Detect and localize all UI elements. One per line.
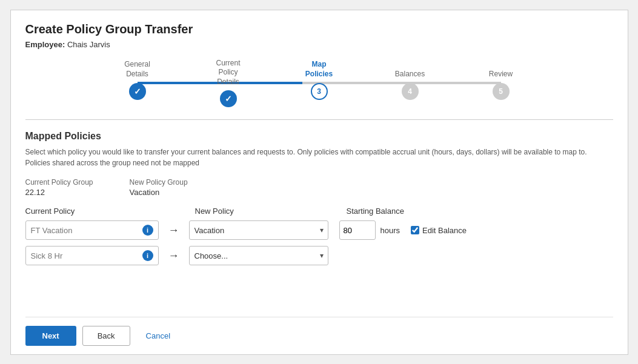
current-policy-input-wrapper-2: i: [25, 246, 159, 265]
current-pg-value: 22.12: [25, 188, 93, 197]
step-1-checkmark: ✓: [134, 87, 141, 96]
col-current-label: Current Policy: [25, 207, 171, 216]
step-4: Balances 4: [386, 59, 434, 108]
arrow-1: →: [159, 224, 189, 237]
new-policy-select-1[interactable]: Vacation Sick PTO: [189, 220, 328, 240]
employee-label: Employee:: [25, 40, 65, 49]
current-policy-group: Current Policy Group 22.12: [25, 178, 93, 197]
step-2-checkmark: ✓: [225, 94, 232, 104]
step-1: GeneralDetails ✓: [113, 59, 162, 108]
new-policy-select-wrapper-1: Vacation Sick PTO ▾: [189, 220, 328, 240]
step-4-label: Balances: [395, 59, 425, 79]
edit-balance-label-1[interactable]: Edit Balance: [411, 226, 467, 235]
new-policy-group: New Policy Group Vacation: [130, 178, 188, 197]
info-icon-1[interactable]: i: [142, 225, 153, 236]
step-5-label: Review: [489, 59, 513, 79]
new-pg-label: New Policy Group: [130, 178, 188, 187]
balance-input-1[interactable]: [339, 220, 376, 240]
page-title: Create Policy Group Transfer: [25, 22, 613, 36]
info-icon-2[interactable]: i: [142, 250, 153, 261]
step-3-circle: 3: [311, 83, 328, 100]
footer: Next Back Cancel: [25, 317, 613, 354]
col-balance-label: Starting Balance: [347, 207, 468, 216]
stepper-steps: GeneralDetails ✓ CurrentPolicyDetails ✓ …: [113, 59, 525, 108]
step-5-circle: 5: [493, 83, 510, 100]
divider: [25, 119, 613, 120]
new-policy-select-2[interactable]: Choose... Vacation Sick PTO: [189, 246, 328, 265]
edit-balance-text-1: Edit Balance: [422, 226, 467, 235]
main-card: Create Policy Group Transfer Employee: C…: [10, 10, 628, 355]
next-button[interactable]: Next: [25, 326, 76, 346]
step-5: Review 5: [477, 59, 525, 108]
step-3-number: 3: [317, 87, 321, 96]
step-4-circle: 4: [402, 83, 419, 100]
step-1-label: GeneralDetails: [124, 59, 150, 79]
arrow-2: →: [159, 250, 189, 262]
table-header: Current Policy New Policy Starting Balan…: [25, 207, 613, 216]
step-2-circle: ✓: [220, 90, 237, 107]
new-pg-value: Vacation: [130, 188, 188, 197]
step-1-circle: ✓: [129, 83, 146, 100]
edit-balance-checkbox-1[interactable]: [411, 226, 419, 234]
step-2-label: CurrentPolicyDetails: [216, 59, 240, 87]
policy-groups: Current Policy Group 22.12 New Policy Gr…: [25, 178, 613, 197]
stepper: GeneralDetails ✓ CurrentPolicyDetails ✓ …: [113, 59, 525, 108]
current-policy-input-1[interactable]: [31, 226, 142, 235]
section-title: Mapped Policies: [25, 131, 613, 142]
current-pg-label: Current Policy Group: [25, 178, 93, 187]
policy-row-1: i → Vacation Sick PTO ▾ hours Edit Balan…: [25, 220, 613, 240]
balance-section-1: hours Edit Balance: [339, 220, 467, 240]
cancel-button[interactable]: Cancel: [136, 326, 180, 346]
description: Select which policy you would like to tr…: [25, 147, 613, 168]
step-3-label: MapPolicies: [305, 59, 333, 79]
current-policy-input-2[interactable]: [31, 251, 142, 260]
step-4-number: 4: [408, 87, 412, 96]
hours-label-1: hours: [380, 226, 400, 235]
col-new-label: New Policy: [195, 207, 341, 216]
step-5-number: 5: [499, 87, 503, 96]
policy-row-2: i → Choose... Vacation Sick PTO ▾: [25, 246, 613, 265]
back-button[interactable]: Back: [82, 326, 130, 346]
step-2: CurrentPolicyDetails ✓: [204, 59, 253, 108]
new-policy-select-wrapper-2: Choose... Vacation Sick PTO ▾: [189, 246, 328, 265]
description-line1: Select which policy you would like to tr…: [25, 148, 587, 156]
current-policy-input-wrapper-1: i: [25, 220, 159, 240]
step-3: MapPolicies 3: [295, 59, 344, 108]
employee-name: Chais Jarvis: [67, 40, 110, 49]
description-line2: Policies shared across the group need no…: [25, 159, 200, 167]
employee-info: Employee: Chais Jarvis: [25, 40, 613, 49]
